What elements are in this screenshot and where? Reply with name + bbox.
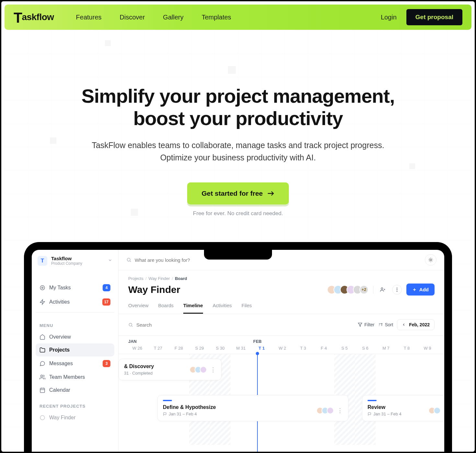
sidebar-projects[interactable]: Projects	[36, 343, 114, 356]
hero-title: Simplify your project management, boost …	[27, 85, 449, 130]
svg-marker-3	[40, 300, 45, 305]
day-header: W 9	[417, 346, 438, 351]
sidebar: T Taskflow Product Company My Tasks 4	[32, 250, 119, 452]
chat-icon	[40, 361, 45, 366]
svg-point-10	[127, 258, 130, 261]
crumb-current: Board	[175, 276, 187, 281]
chevron-down-icon[interactable]	[108, 258, 112, 263]
get-proposal-button[interactable]: Get proposal	[406, 9, 462, 25]
global-search[interactable]	[126, 257, 420, 263]
more-options-icon[interactable]	[392, 285, 402, 295]
menu-heading: MENU	[36, 316, 114, 331]
day-header: T 8	[396, 346, 417, 351]
member-avatars[interactable]: +2	[327, 285, 368, 294]
svg-line-20	[432, 258, 432, 259]
brand-logo[interactable]: Taskflow	[14, 12, 54, 22]
date-range-picker[interactable]: Feb, 2022	[397, 319, 435, 330]
svg-point-4	[41, 375, 43, 377]
tab-overview[interactable]: Overview	[128, 303, 149, 314]
tab-boards[interactable]: Boards	[158, 303, 174, 314]
svg-point-9	[40, 415, 45, 420]
day-header: S 30	[210, 346, 231, 351]
svg-rect-5	[40, 388, 45, 393]
login-link[interactable]: Login	[381, 14, 397, 21]
bolt-icon	[40, 299, 45, 305]
crumb-project[interactable]: Way Finder	[149, 276, 170, 281]
sidebar-overview[interactable]: Overview	[36, 331, 114, 343]
add-member-icon[interactable]	[378, 285, 388, 295]
filter-icon	[358, 322, 362, 327]
workspace-company: Product Company	[51, 261, 82, 266]
svg-point-25	[396, 289, 397, 290]
timeline-card-define[interactable]: Define & Hypothesize Jan 31 – Feb 4	[157, 395, 348, 421]
svg-point-21	[381, 288, 383, 289]
filter-button[interactable]: Filter	[358, 322, 374, 327]
sidebar-messages[interactable]: Messages 3	[36, 356, 114, 371]
card-menu-icon[interactable]: ⋮	[210, 366, 216, 373]
search-icon	[128, 322, 133, 327]
timeline-view[interactable]: JAN FEB W 26T 27F 28S 29S 30M 31T 1W 2T …	[119, 336, 444, 452]
chevron-left-icon	[402, 323, 406, 327]
timeline-search[interactable]	[128, 322, 198, 328]
sidebar-calendar[interactable]: Calendar	[36, 384, 114, 397]
sort-button[interactable]: Sort	[378, 322, 393, 327]
crumb-projects[interactable]: Projects	[128, 276, 143, 281]
flag-icon	[163, 412, 167, 416]
home-icon	[40, 334, 45, 340]
timeline-card-review[interactable]: Review Jan 31 – Feb 4	[362, 395, 444, 421]
svg-marker-31	[358, 323, 362, 327]
project-title: Way Finder	[128, 284, 180, 295]
tab-activities[interactable]: Activities	[213, 303, 232, 314]
day-header: F 28	[168, 346, 189, 351]
svg-point-12	[430, 259, 431, 261]
arrow-right-icon	[267, 191, 275, 196]
top-nav: Taskflow Features Discover Gallery Templ…	[5, 5, 471, 30]
sidebar-my-tasks[interactable]: My Tasks 4	[36, 281, 114, 295]
badge: 4	[103, 284, 110, 291]
theme-toggle[interactable]	[425, 254, 436, 265]
day-header: S 5	[334, 346, 355, 351]
workspace-name: Taskflow	[51, 256, 82, 261]
nav-links: Features Discover Gallery Templates	[76, 14, 231, 21]
hero-section: Simplify your project management, boost …	[1, 30, 475, 217]
tab-timeline[interactable]: Timeline	[183, 303, 203, 314]
sidebar-recent-item[interactable]: Way Finder	[36, 411, 114, 424]
hero-note: Free for ever. No credit card needed.	[27, 210, 449, 217]
days-row: W 26T 27F 28S 29S 30M 31T 1W 2T 3F 4S 5S…	[119, 344, 444, 354]
svg-line-30	[131, 326, 132, 327]
timeline-card-discovery[interactable]: & Discovery 31 · Completed ⋮	[119, 359, 221, 380]
sort-icon	[378, 322, 383, 327]
day-header: S 6	[355, 346, 376, 351]
project-tabs: Overview Boards Timeline Activities File…	[119, 296, 444, 314]
main-panel: Projects / Way Finder / Board Way Finder	[119, 250, 444, 452]
nav-gallery[interactable]: Gallery	[163, 14, 183, 21]
svg-line-17	[429, 258, 429, 259]
month-label: JAN	[128, 339, 253, 344]
add-button[interactable]: Add	[406, 284, 435, 296]
nav-features[interactable]: Features	[76, 14, 102, 21]
day-header: W 26	[127, 346, 148, 351]
nav-discover[interactable]: Discover	[120, 14, 145, 21]
avatar-more[interactable]: +2	[359, 285, 368, 294]
users-icon	[40, 374, 45, 380]
sidebar-activities[interactable]: Activities 17	[36, 295, 114, 309]
day-header: M 31	[231, 346, 251, 351]
day-header: W 2	[272, 346, 293, 351]
svg-line-11	[130, 261, 131, 262]
nav-templates[interactable]: Templates	[202, 14, 231, 21]
timeline-search-input[interactable]	[136, 322, 198, 328]
card-avatars	[191, 366, 207, 373]
tab-files[interactable]: Files	[242, 303, 252, 314]
card-menu-icon[interactable]: ⋮	[337, 407, 343, 414]
recent-heading: RECENT PROJECTS	[36, 397, 114, 411]
badge: 17	[102, 298, 110, 306]
target-icon	[40, 415, 45, 421]
svg-point-24	[396, 287, 397, 288]
get-started-button[interactable]: Get started for free	[187, 182, 289, 204]
sidebar-team[interactable]: Team Members	[36, 371, 114, 384]
plus-icon	[412, 287, 417, 292]
breadcrumb: Projects / Way Finder / Board	[119, 270, 444, 281]
search-icon	[126, 257, 131, 262]
workspace-switcher[interactable]: T Taskflow Product Company	[36, 254, 114, 271]
device-frame: T Taskflow Product Company My Tasks 4	[24, 242, 452, 452]
